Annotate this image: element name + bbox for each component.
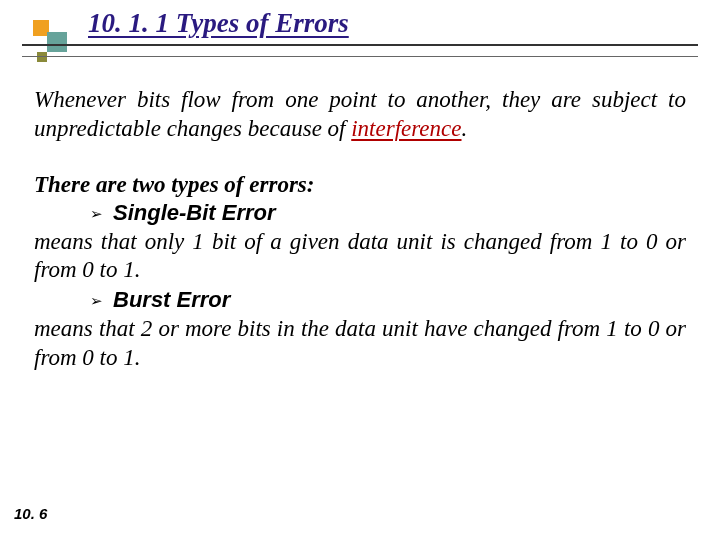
intro-text-post: . [462,116,468,141]
bullet-description: means that 2 or more bits in the data un… [34,315,686,373]
types-lead: There are two types of errors: [34,172,686,198]
intro-highlight: interference [351,116,461,141]
heading-rule-top [22,44,698,46]
bullet-description: means that only 1 bit of a given data un… [34,228,686,286]
slide: 10. 1. 1 Types of Errors Whenever bits f… [0,0,720,540]
chevron-right-icon: ➢ [90,207,103,222]
accent-square-orange [33,20,49,36]
accent-square-olive [37,52,47,62]
corner-accent [33,20,75,64]
slide-number: 10. 6 [14,505,47,522]
bullet-item: ➢ Burst Error [34,287,686,313]
accent-square-teal [47,32,67,52]
page-title: 10. 1. 1 Types of Errors [88,8,349,39]
heading-rule-bottom [22,56,698,57]
chevron-right-icon: ➢ [90,294,103,309]
body-content: Whenever bits flow from one point to ano… [34,86,686,373]
bullet-item: ➢ Single-Bit Error [34,200,686,226]
bullet-label: Single-Bit Error [113,200,276,226]
intro-paragraph: Whenever bits flow from one point to ano… [34,86,686,144]
bullet-label: Burst Error [113,287,230,313]
